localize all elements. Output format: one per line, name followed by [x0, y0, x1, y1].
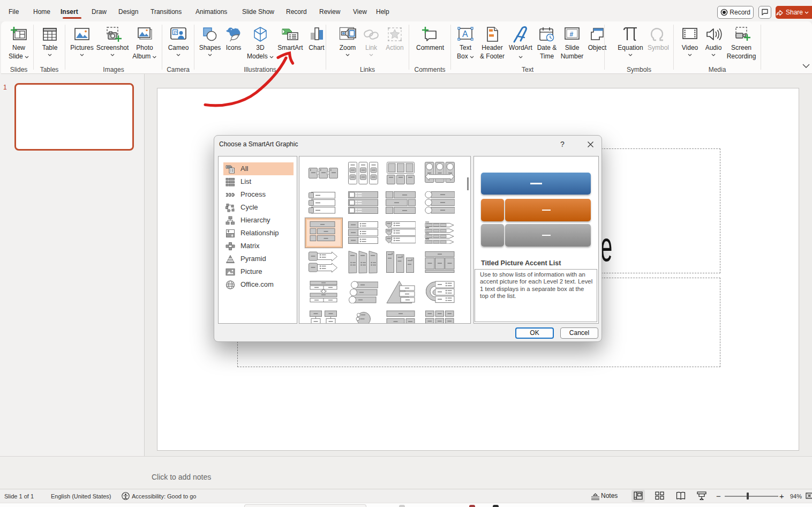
svg-text:P: P [174, 29, 177, 35]
svg-text:#: # [570, 31, 574, 38]
svg-text:A: A [462, 29, 468, 39]
